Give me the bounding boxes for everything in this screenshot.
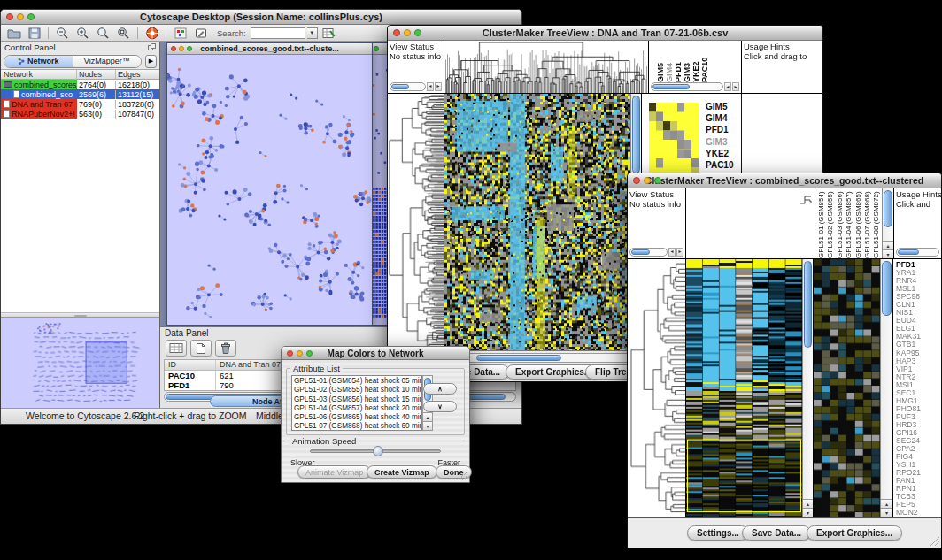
scroll-down-button[interactable]: ▾ [883,249,893,258]
view-status-scrollbar[interactable]: ◂ ▸ [629,247,683,257]
column-label[interactable]: GIM3 [683,42,691,82]
network-row[interactable]: combined_sco 2569(6) 13112(15) [1,89,159,99]
heatmap-view[interactable] [444,94,630,350]
save-session-button[interactable] [25,26,43,41]
column-label[interactable]: GPL51-06 (GSM865) [854,189,863,258]
network-canvas[interactable] [167,55,372,325]
network-row[interactable]: DNA and Tran 07 769(0) 183728(0) [1,99,159,109]
export-graphics-button[interactable]: Export Graphics... [807,525,902,541]
treeview-titlebar[interactable]: ClusterMaker TreeView : combined_scores_… [628,173,941,188]
attribute-table-icon[interactable] [320,26,338,41]
birdseye-view[interactable] [1,318,159,408]
column-label[interactable]: YKE2 [691,42,700,82]
gene-label[interactable]: PFD1 [706,124,734,135]
zoom-fit-button[interactable] [94,26,112,41]
create-vizmap-button[interactable]: Create Vizmap [367,465,437,479]
slider-thumb[interactable] [373,446,383,456]
network-row[interactable]: combined_scores_ 2764(0) 16218(0) [1,80,159,89]
close-button[interactable] [6,13,13,20]
search-dropdown-button[interactable]: ▼ [307,27,318,39]
gene-label[interactable]: GIM5 [706,101,734,112]
attribute-list-item[interactable]: GPL51-07 (GSM868) heat shock 60 min [294,422,420,431]
gene-label[interactable]: MON2 [896,509,941,517]
zoom-window-button[interactable] [187,46,192,51]
delete-attribute-button[interactable] [215,340,236,357]
attribute-list-item[interactable]: GPL51-04 (GSM857) heat shock 20 min [294,404,420,413]
scroll-down-button[interactable]: ▾ [881,508,892,517]
close-button[interactable] [287,350,293,357]
scroll-left-button[interactable]: ◂ [668,248,676,257]
row-dendrogram[interactable] [628,259,686,517]
column-dendrogram[interactable] [444,41,649,93]
gene-label[interactable]: YKE2 [706,148,734,159]
column-label[interactable]: GIM4 [665,42,674,82]
gene-label[interactable]: GIM4 [706,112,734,124]
minimize-button[interactable] [404,29,411,36]
view-status-scrollbar[interactable]: ◂ ▸ [390,81,442,91]
scroll-right-button[interactable]: ▸ [676,248,683,257]
column-labels-scrollbar[interactable]: ▴▾ [882,188,894,258]
network-view-window[interactable]: combined_scores_good.txt--cluste... [166,42,373,326]
zoom-heatmap[interactable] [649,103,699,177]
minimize-button[interactable] [17,13,24,20]
column-label[interactable]: GPL51-02 (GSM855) [826,189,835,258]
scroll-down-button[interactable]: ▾ [423,421,432,430]
zoom-window-button[interactable] [414,29,421,36]
zoom-window-button[interactable] [27,13,35,20]
resize-grip[interactable] [459,472,467,480]
column-label[interactable]: GPL51-03 (GSM856) [836,189,845,258]
column-label[interactable]: GPL51-08 (GSM872) [872,189,881,258]
column-label[interactable]: GPL51-07 (GSM868) [863,189,872,258]
move-down-button[interactable]: ∨ [423,401,457,412]
resize-grip[interactable] [930,537,939,546]
column-label[interactable]: PFD1 [674,42,683,82]
speed-slider[interactable] [310,449,441,453]
move-up-button[interactable]: ∧ [423,383,457,395]
heatmap-vertical-scrollbar[interactable]: ▴▾ [802,259,814,517]
close-button[interactable] [633,177,640,184]
scroll-right-button[interactable]: ▸ [732,82,739,91]
column-label[interactable]: GPL51-01 (GSM854) [817,189,826,258]
attribute-list-item[interactable]: GPL51-01 (GSM854) heat shock 05 min [294,377,420,386]
open-session-button[interactable] [4,26,23,41]
attribute-select-button[interactable] [166,340,187,357]
scroll-left-button[interactable]: ◂ [427,82,434,91]
network-row[interactable]: RNAPuberNov2+! 563(0) 107847(0) [1,109,159,119]
treeview-titlebar[interactable]: ClusterMaker TreeView : DNA and Tran 07-… [388,26,822,41]
heatmap-horizontal-scrollbar[interactable] [445,353,640,363]
float-panel-icon[interactable] [148,42,156,52]
scroll-up-button[interactable]: ▴ [423,412,432,421]
column-label[interactable]: PAC10 [700,42,709,82]
gene-label[interactable]: GIM3 [706,136,734,148]
search-input[interactable] [251,27,305,39]
scroll-down-button[interactable]: ▾ [803,508,813,517]
zoom-vertical-scrollbar[interactable]: ▴▾ [880,259,892,517]
vizmapper-icon[interactable] [171,26,189,41]
zoom-heatmap[interactable] [814,259,880,517]
attribute-list-item[interactable]: GPL51-02 (GSM855) heat shock 10 min [294,386,420,395]
zoom-selected-button[interactable] [114,26,133,41]
zoom-window-button[interactable] [654,177,661,184]
network-window-titlebar[interactable]: combined_scores_good.txt--cluste... [167,43,372,55]
gene-label[interactable]: PAC10 [706,159,734,171]
heatmap-view[interactable] [686,259,802,517]
tab-overflow-button[interactable]: ▶ [145,55,157,68]
tab-vizmapper[interactable]: VizMapper™ [73,56,142,67]
cytoscape-titlebar[interactable]: Cytoscape Desktop (Session Name: collins… [1,10,521,25]
column-label[interactable]: GIM5 [656,42,665,82]
dialog-titlebar[interactable]: Map Colors to Network [282,347,469,360]
close-button[interactable] [171,46,176,51]
annotation-icon[interactable] [191,26,210,41]
zoom-window-button[interactable] [374,46,379,51]
close-button[interactable] [393,29,400,36]
save-data-button[interactable]: Save Data... [742,525,811,541]
tab-network[interactable]: Network [4,56,73,67]
zoom-view-scrollbar[interactable]: ◂ ▸ [651,81,739,91]
attribute-list-item[interactable]: GPL51-06 (GSM865) heat shock 40 min [294,413,420,422]
scroll-up-button[interactable]: ▴ [883,241,893,249]
settings-button[interactable]: Settings... [687,525,749,541]
column-label[interactable]: GPL51-04 (GSM857) [845,189,853,258]
zoom-out-button[interactable] [53,26,72,41]
zoom-window-button[interactable] [306,350,313,357]
minimize-button[interactable] [179,46,184,51]
